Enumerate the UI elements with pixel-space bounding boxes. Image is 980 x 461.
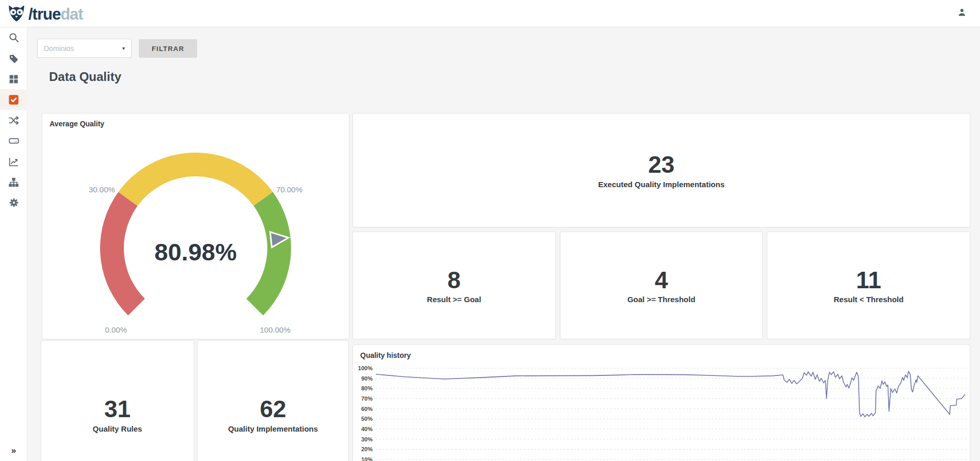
svg-text:40%: 40%: [361, 426, 373, 432]
domain-select-placeholder: Dominios: [44, 44, 122, 53]
shuffle-icon: [8, 115, 19, 126]
gear-icon: [9, 197, 19, 208]
sidebar-item-dashboards[interactable]: [0, 151, 27, 172]
svg-text:100.00%: 100.00%: [260, 325, 291, 334]
double-chevron-right-icon: »: [11, 446, 16, 456]
history-card-title: Quality history: [360, 351, 411, 359]
goal-threshold-card: 4 Goal >= Threshold: [560, 232, 763, 339]
executed-implementations-label: Executed Quality Implementations: [598, 180, 725, 189]
average-quality-gauge: 0.00%30.00%70.00%100.00%80.98%: [42, 113, 350, 340]
quality-rules-card: 31 Quality Rules: [41, 340, 194, 461]
svg-text:70.00%: 70.00%: [276, 185, 302, 194]
sidebar-item-catalog[interactable]: [0, 69, 27, 89]
result-threshold-card: 11 Result < Threshold: [767, 232, 970, 339]
top-navbar: /truedat: [0, 0, 980, 27]
search-icon: [8, 32, 20, 43]
svg-text:80%: 80%: [361, 385, 373, 391]
goal-threshold-value: 4: [655, 267, 668, 293]
page-title: Data Quality: [49, 70, 121, 84]
user-icon: [957, 7, 967, 20]
svg-text:90%: 90%: [361, 375, 373, 382]
svg-text:10%: 10%: [361, 456, 373, 461]
svg-text:50%: 50%: [361, 416, 373, 422]
average-quality-card: Average Quality 0.00%30.00%70.00%100.00%…: [42, 113, 349, 339]
truedat-logo[interactable]: /truedat: [7, 4, 83, 25]
sidebar-item-glossary[interactable]: [0, 48, 27, 69]
result-goal-card: 8 Result >= Goal: [352, 232, 556, 339]
svg-text:100%: 100%: [358, 365, 373, 371]
svg-text:20%: 20%: [361, 446, 373, 452]
sidebar-item-domains[interactable]: [0, 172, 27, 192]
result-goal-label: Result >= Goal: [427, 295, 481, 304]
sidebar-item-lineage[interactable]: [0, 110, 27, 130]
result-goal-value: 8: [447, 267, 461, 293]
server-icon: [8, 135, 20, 146]
left-sidebar: »: [0, 27, 27, 461]
main-content: Dominios ▾ FILTRAR Data Quality Average …: [27, 27, 980, 461]
result-stats-row: 8 Result >= Goal 4 Goal >= Threshold 11 …: [352, 232, 970, 339]
filter-button[interactable]: FILTRAR: [139, 39, 197, 58]
svg-text:80.98%: 80.98%: [154, 238, 236, 266]
grid-icon: [9, 74, 19, 84]
svg-text:70%: 70%: [361, 396, 373, 402]
quality-rules-label: Quality Rules: [93, 424, 142, 433]
executed-implementations-card: 23 Executed Quality Implementations: [352, 113, 970, 227]
result-threshold-value: 11: [856, 267, 881, 293]
goal-threshold-label: Goal >= Threshold: [628, 295, 696, 304]
executed-implementations-value: 23: [648, 152, 674, 178]
chart-line-icon: [8, 156, 19, 167]
svg-text:0.00%: 0.00%: [105, 325, 127, 334]
quality-history-chart: 100%90%80%70%60%50%40%30%20%10%: [353, 363, 971, 461]
domain-select[interactable]: Dominios ▾: [37, 39, 132, 58]
tag-icon: [8, 53, 19, 64]
quality-rules-value: 31: [104, 396, 131, 422]
sidebar-expand-button[interactable]: »: [0, 443, 27, 458]
logo-text: /truedat: [28, 5, 83, 24]
owl-logo-icon: [7, 4, 26, 25]
chevron-down-icon: ▾: [122, 45, 125, 51]
quality-implementations-label: Quality Implementations: [228, 424, 318, 433]
quality-check-icon: [8, 94, 19, 105]
sidebar-item-search[interactable]: [0, 27, 27, 48]
quality-history-card: Quality history 100%90%80%70%60%50%40%30…: [352, 344, 970, 461]
sidebar-item-settings[interactable]: [0, 192, 27, 213]
user-menu-button[interactable]: [955, 7, 969, 20]
quality-implementations-card: 62 Quality Implementations: [197, 340, 349, 461]
sitemap-icon: [8, 177, 19, 188]
svg-text:60%: 60%: [361, 406, 373, 412]
result-threshold-label: Result < Threshold: [833, 295, 903, 304]
sidebar-item-sources[interactable]: [0, 130, 27, 151]
sidebar-item-quality[interactable]: [0, 89, 27, 110]
quality-implementations-value: 62: [260, 396, 286, 422]
svg-text:30.00%: 30.00%: [89, 185, 115, 194]
svg-text:30%: 30%: [361, 436, 373, 442]
